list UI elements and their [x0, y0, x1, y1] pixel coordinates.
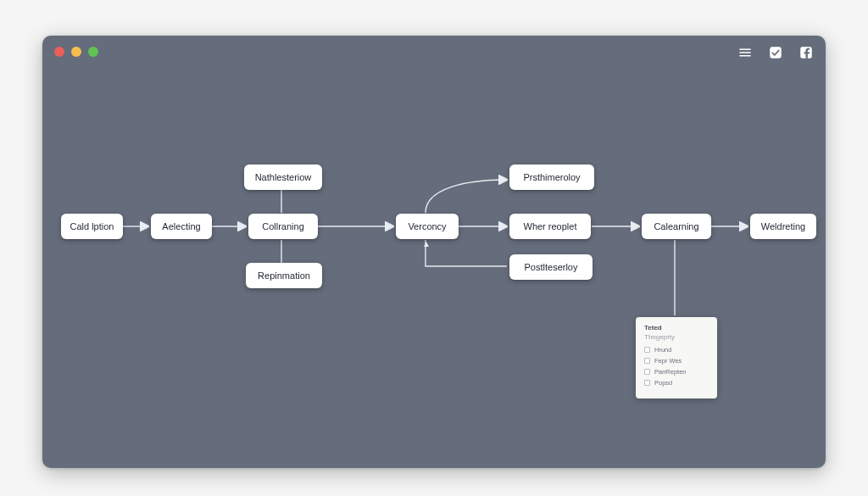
flow-node-nathlesteriow[interactable]: Nathlesteriow — [244, 164, 322, 190]
node-label: Wher reoplet — [524, 221, 577, 231]
panel-title: Teted — [644, 324, 709, 332]
panel-option[interactable]: PanRepten — [644, 368, 709, 376]
panel-option[interactable]: Fepr Wes — [644, 357, 709, 365]
checkbox-icon[interactable] — [644, 347, 650, 353]
flow-canvas[interactable]: Cald lption Aelecting Collraning Verconc… — [42, 36, 826, 468]
checkbox-icon[interactable] — [644, 369, 650, 375]
edges-layer — [42, 36, 826, 468]
app-window: Cald lption Aelecting Collraning Verconc… — [42, 36, 826, 468]
flow-node-wher-reoplet[interactable]: Wher reoplet — [509, 214, 591, 239]
checkbox-icon[interactable] — [644, 380, 650, 386]
flow-node-collraning[interactable]: Collraning — [248, 214, 318, 239]
panel-subtitle: Thngeprty — [644, 333, 709, 341]
flow-node-calearning[interactable]: Calearning — [642, 214, 711, 239]
node-label: Repinmation — [258, 270, 310, 281]
node-label: Weldreting — [761, 221, 805, 231]
node-label: Nathlesteriow — [255, 172, 312, 182]
flow-node-cald-lption[interactable]: Cald lption — [61, 214, 123, 239]
node-label: Postlteserloy — [525, 262, 578, 272]
node-label: Prsthimeroloy — [523, 172, 580, 182]
flow-node-repinmation[interactable]: Repinmation — [246, 263, 322, 288]
flow-node-aelecting[interactable]: Aelecting — [151, 214, 212, 239]
flow-node-weldreting[interactable]: Weldreting — [750, 214, 816, 239]
node-label: Verconcy — [408, 221, 446, 231]
node-label: Aelecting — [162, 221, 200, 231]
node-label: Calearning — [654, 221, 698, 231]
flow-node-prsthimeroloy[interactable]: Prsthimeroloy — [509, 164, 594, 190]
node-label: Collraning — [262, 221, 304, 231]
option-label: PanRepten — [654, 368, 687, 376]
option-label: Fepr Wes — [654, 357, 682, 365]
panel-option[interactable]: Popsd — [644, 379, 709, 387]
checkbox-icon[interactable] — [644, 358, 650, 364]
flow-node-verconcy[interactable]: Verconcy — [396, 214, 459, 239]
flow-node-postlteserloy[interactable]: Postlteserloy — [509, 254, 593, 280]
option-label: Hrund — [654, 346, 671, 354]
panel-option[interactable]: Hrund — [644, 346, 709, 354]
properties-panel[interactable]: Teted Thngeprty Hrund Fepr Wes PanRepten… — [636, 317, 717, 398]
node-label: Cald lption — [70, 221, 114, 231]
option-label: Popsd — [654, 379, 672, 387]
cursor-indicator-icon: ▲ — [422, 239, 431, 248]
